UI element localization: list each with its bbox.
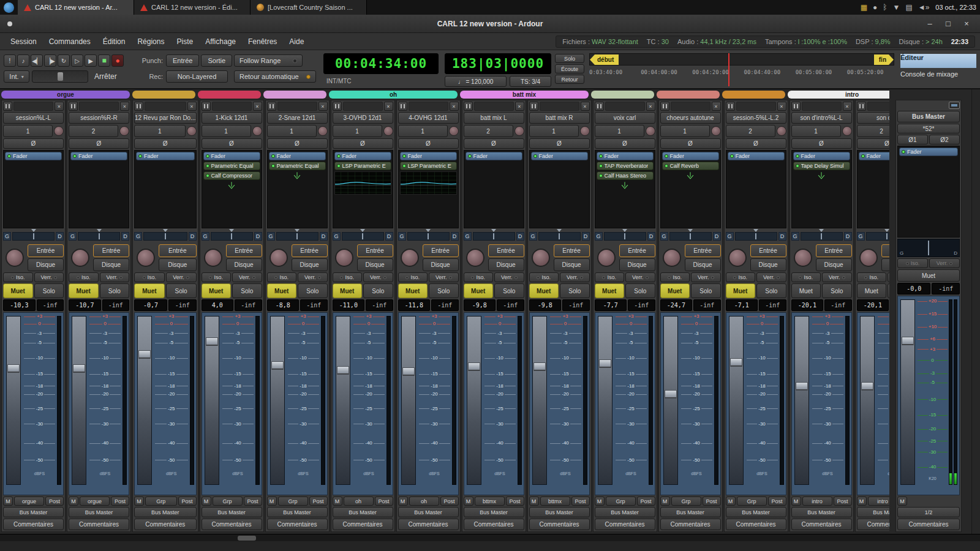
gain-trim-knob[interactable] xyxy=(202,244,225,271)
fader[interactable] xyxy=(794,316,809,485)
comments-button[interactable]: Commentaires xyxy=(857,519,890,530)
input-monitor-button[interactable]: Entrée xyxy=(292,244,328,257)
group-button[interactable]: Grp xyxy=(278,497,308,506)
gain-trim-knob[interactable] xyxy=(398,244,421,271)
trim-knob[interactable] xyxy=(383,126,393,136)
strip-hide-button[interactable]: × xyxy=(120,102,129,111)
horizontal-scrollbar[interactable] xyxy=(0,534,980,541)
pan-track[interactable] xyxy=(276,232,318,241)
comments-button[interactable]: Commentaires xyxy=(897,519,960,530)
peak-display[interactable]: -inf xyxy=(497,299,524,311)
loop-button[interactable]: ↻ xyxy=(58,54,70,67)
comments-button[interactable]: Commentaires xyxy=(595,519,655,530)
mute-button[interactable]: Muet xyxy=(464,283,494,298)
fader-handle[interactable] xyxy=(468,362,480,371)
processor-box[interactable]: Fader Parametric Equal xyxy=(267,150,328,228)
fader[interactable] xyxy=(336,316,350,485)
solo-mode-button[interactable]: Solo xyxy=(555,54,584,63)
metering-point-button[interactable]: Post xyxy=(703,497,721,506)
strip-name-button[interactable]: batt mix L xyxy=(464,112,524,124)
shuttle-thumb[interactable] xyxy=(58,72,63,81)
isolate-button[interactable]: Iso. xyxy=(398,272,428,282)
time-signature-button[interactable]: TS: 3/4 xyxy=(510,76,551,87)
fader-processor[interactable]: Fader xyxy=(269,152,326,160)
fader[interactable] xyxy=(729,316,744,485)
strip-hide-button[interactable]: × xyxy=(712,102,721,111)
input-count-button[interactable]: 1 xyxy=(791,125,841,137)
peak-display[interactable]: -inf xyxy=(102,299,129,311)
disk-monitor-button[interactable]: Disque xyxy=(357,258,393,271)
input-monitor-button[interactable]: Entrée xyxy=(28,244,64,257)
fader[interactable] xyxy=(663,316,678,485)
sync-source-label[interactable]: INT/MTC xyxy=(326,78,352,84)
gain-trim-knob[interactable] xyxy=(857,244,880,271)
strip-hide-button[interactable]: × xyxy=(384,102,393,111)
fader-processor[interactable]: Fader xyxy=(793,152,850,160)
trim-knob[interactable] xyxy=(777,126,786,136)
audition-button[interactable]: ♪ xyxy=(17,54,29,67)
strip-name-button[interactable]: batt mix R xyxy=(529,112,590,124)
fader-handle[interactable] xyxy=(271,361,284,370)
fader-processor[interactable]: Fader xyxy=(136,152,195,160)
comments-button[interactable]: Commentaires xyxy=(398,519,459,530)
strip-hide-button[interactable]: × xyxy=(581,102,590,111)
plugin-processor[interactable]: TAP Reverberator xyxy=(597,162,654,170)
secondary-clock[interactable]: 183|03|0000 xyxy=(445,53,551,74)
lock-button[interactable]: Verr. xyxy=(298,272,328,282)
panner[interactable]: G D xyxy=(267,230,328,243)
strip-width-button[interactable] xyxy=(267,102,276,111)
menu-item[interactable]: Régions xyxy=(132,35,170,48)
launcher-icon[interactable] xyxy=(4,2,14,13)
mono-button[interactable]: M xyxy=(69,497,78,506)
metering-point-button[interactable]: Post xyxy=(244,497,262,506)
solo-button[interactable]: Solo xyxy=(34,283,64,298)
pan-track[interactable] xyxy=(801,232,843,241)
midi-panic-button[interactable]: ! xyxy=(4,54,16,67)
play-selection-button[interactable]: ▷ xyxy=(71,54,83,67)
gain-display[interactable]: -7,7 xyxy=(595,299,627,311)
mono-button[interactable]: M xyxy=(897,497,907,506)
stop-button[interactable]: ■ xyxy=(98,54,110,67)
isolate-button[interactable]: Iso. xyxy=(202,272,232,282)
fader[interactable] xyxy=(467,316,481,485)
peak-display[interactable]: -inf xyxy=(168,299,196,311)
isolate-button[interactable]: Iso. xyxy=(69,272,99,282)
gain-trim-knob[interactable] xyxy=(595,244,618,271)
group-button[interactable]: orgue xyxy=(80,497,110,506)
fader-handle[interactable] xyxy=(138,350,151,359)
disk-monitor-button[interactable]: Disque xyxy=(226,258,262,271)
output-button[interactable]: Bus Master xyxy=(857,507,890,517)
gain-trim-knob[interactable] xyxy=(529,244,552,271)
processor-box[interactable]: Fader xyxy=(69,150,129,228)
processor-box[interactable]: Fader Calf Reverb xyxy=(660,150,721,228)
pan-track[interactable] xyxy=(12,232,55,241)
processor-box[interactable]: Fader xyxy=(529,150,590,228)
fader[interactable] xyxy=(6,316,21,485)
peak-display[interactable]: -inf xyxy=(235,299,262,311)
disk-monitor-button[interactable]: Disque xyxy=(93,258,129,271)
metering-point-button[interactable]: Post xyxy=(45,497,64,506)
plugin-processor[interactable]: Tape Delay Simul xyxy=(793,162,850,170)
master-mute-button[interactable]: Muet xyxy=(897,269,960,282)
tempo-button[interactable]: ♩ = 120,000 xyxy=(445,76,507,87)
bluetooth-icon[interactable]: ᛒ xyxy=(883,4,887,11)
group-button[interactable]: intro xyxy=(868,497,890,506)
mute-button[interactable]: Muet xyxy=(791,283,821,298)
fader-handle[interactable] xyxy=(665,390,677,399)
isolate-button[interactable]: Iso. xyxy=(660,272,690,282)
strip-name-button[interactable]: son d'in xyxy=(857,112,890,124)
window-titlebar[interactable]: CARL 12 new version - Ardour – □ × xyxy=(0,15,980,33)
feedback-button[interactable]: Retour xyxy=(555,75,584,84)
panner[interactable]: G D xyxy=(3,230,64,243)
trim-knob[interactable] xyxy=(449,126,459,136)
gain-trim-knob[interactable] xyxy=(3,244,26,271)
output-button[interactable]: Bus Master xyxy=(267,507,328,517)
strip-width-button[interactable] xyxy=(69,102,78,111)
start-marker[interactable]: début xyxy=(590,54,619,65)
processor-box[interactable]: Fader TAP ReverberatorCalf Haas Stereo xyxy=(595,150,655,228)
strip-width-button[interactable] xyxy=(464,102,473,111)
gain-display[interactable]: -8,8 xyxy=(267,299,300,311)
fader-processor[interactable]: Fader xyxy=(531,152,588,160)
input-count-button[interactable]: 2 xyxy=(464,125,513,137)
fader-handle[interactable] xyxy=(730,358,742,367)
